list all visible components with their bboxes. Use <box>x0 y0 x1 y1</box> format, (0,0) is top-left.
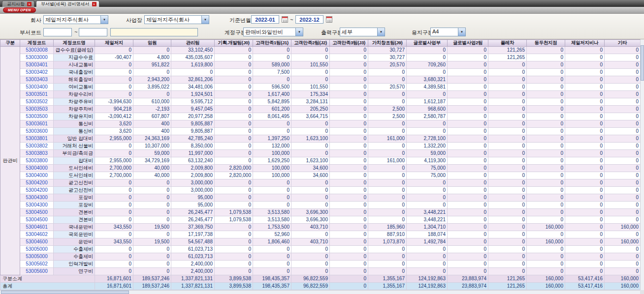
account-name-cell[interactable]: 광고선전비 <box>54 179 95 187</box>
calendar-icon[interactable] <box>326 16 332 23</box>
amount-cell[interactable]: 0 <box>215 91 253 98</box>
amount-cell[interactable]: 0 <box>368 98 407 106</box>
amount-cell[interactable]: 0 <box>488 128 527 135</box>
amount-cell[interactable]: 59,000 <box>407 150 448 157</box>
amount-cell[interactable]: 3,696,300 <box>291 209 330 216</box>
amount-cell[interactable]: 0 <box>368 268 407 275</box>
amount-cell[interactable]: 0 <box>565 231 605 238</box>
amount-cell[interactable]: 0 <box>215 150 253 157</box>
amount-cell[interactable]: 0 <box>133 216 171 224</box>
amount-cell[interactable]: 0 <box>488 238 527 246</box>
amount-cell[interactable]: 0 <box>330 187 368 194</box>
amount-cell[interactable]: 0 <box>330 179 368 187</box>
amount-cell[interactable]: 0 <box>215 47 253 54</box>
amount-cell[interactable]: 95,000 <box>171 194 215 202</box>
amount-cell[interactable]: 95,000 <box>171 202 215 209</box>
amount-cell[interactable]: 0 <box>215 253 253 261</box>
account-code-cell[interactable]: 53003402 <box>20 69 54 76</box>
amount-cell[interactable]: 1,355,167 <box>368 283 407 290</box>
amount-cell[interactable]: 0 <box>488 76 527 84</box>
amount-cell[interactable]: 403,710 <box>291 224 330 231</box>
amount-cell[interactable]: 0 <box>565 216 605 224</box>
amount-cell[interactable]: 0 <box>488 246 527 253</box>
amount-cell[interactable]: 0 <box>527 157 565 165</box>
amount-cell[interactable]: 0 <box>133 47 171 54</box>
account-code-cell[interactable]: 53004500 <box>20 216 54 224</box>
account-code-cell[interactable]: 53004000 <box>20 165 54 172</box>
amount-cell[interactable]: 0 <box>133 246 171 253</box>
amount-cell[interactable]: 0 <box>605 216 641 224</box>
amount-cell[interactable]: 9,805,887 <box>171 120 215 128</box>
amount-cell[interactable]: 0 <box>605 172 641 179</box>
amount-cell[interactable]: 4,119,300 <box>407 157 448 165</box>
amount-cell[interactable]: 0 <box>527 113 565 120</box>
amount-cell[interactable]: 0 <box>253 54 291 61</box>
amount-cell[interactable]: 0 <box>330 165 368 172</box>
amount-cell[interactable]: 968,600 <box>407 106 448 113</box>
amount-cell[interactable]: 0 <box>291 246 330 253</box>
amount-cell[interactable]: 0 <box>448 216 488 224</box>
table-row[interactable]: 53004600운반비343,55019,50054,567,48801,806… <box>0 238 641 246</box>
amount-cell[interactable]: -3,090,412 <box>95 113 133 120</box>
amount-cell[interactable]: 0 <box>95 150 133 157</box>
amount-cell[interactable]: 0 <box>407 91 448 98</box>
amount-cell[interactable]: 0 <box>291 202 330 209</box>
amount-cell[interactable]: 0 <box>253 128 291 135</box>
amount-cell[interactable]: 63,132,240 <box>171 157 215 165</box>
amount-cell[interactable]: 0 <box>215 54 253 61</box>
amount-cell[interactable]: 0 <box>448 224 488 231</box>
amount-cell[interactable]: 0 <box>253 202 291 209</box>
amount-cell[interactable]: 0 <box>527 202 565 209</box>
amount-cell[interactable]: 189,537,246 <box>133 283 171 290</box>
amount-cell[interactable]: 0 <box>448 91 488 98</box>
amount-cell[interactable]: 33,102,450 <box>171 47 215 54</box>
amount-cell[interactable]: 0 <box>368 128 407 135</box>
amount-cell[interactable]: 0 <box>527 165 565 172</box>
total-row[interactable]: 총계16,871,601189,537,2461,337,821,1313,89… <box>0 283 641 290</box>
amount-cell[interactable]: 0 <box>527 231 565 238</box>
amount-cell[interactable]: 3,899,538 <box>215 283 253 290</box>
amount-cell[interactable]: -90,407 <box>95 54 133 61</box>
amount-cell[interactable]: 34,481,006 <box>171 84 215 91</box>
amount-cell[interactable]: 160,000 <box>527 283 565 290</box>
amount-cell[interactable]: 16,871,601 <box>95 283 133 290</box>
amount-cell[interactable]: 1,623,100 <box>291 135 330 143</box>
amount-cell[interactable]: 19,500 <box>133 224 171 231</box>
account-name-cell[interactable]: 지급수수료 <box>54 54 95 61</box>
amount-cell[interactable]: 0 <box>605 135 641 143</box>
amount-cell[interactable]: 403,710 <box>291 238 330 246</box>
account-code-cell[interactable]: 53005000 <box>20 253 54 261</box>
amount-cell[interactable]: 101,550 <box>291 61 330 69</box>
account-code-cell[interactable]: 53003501 <box>20 91 54 98</box>
amount-cell[interactable]: 0 <box>95 194 133 202</box>
amount-cell[interactable]: 0 <box>368 143 407 150</box>
amount-cell[interactable]: 101,550 <box>291 84 330 91</box>
amount-cell[interactable]: 0 <box>448 157 488 165</box>
subtotal-row[interactable]: 구분소계16,871,601189,537,2461,337,821,1313,… <box>0 275 641 283</box>
account-name-cell[interactable]: 접대비 <box>54 157 95 165</box>
amount-cell[interactable]: 0 <box>133 268 171 275</box>
amount-cell[interactable]: 596,500 <box>253 84 291 91</box>
amount-cell[interactable]: 0 <box>95 202 133 209</box>
table-row[interactable]: 53003601통신비3,6204009,805,88700000000000 <box>0 120 641 128</box>
account-code-cell[interactable]: 53003400 <box>20 84 54 91</box>
amount-cell[interactable]: 0 <box>565 135 605 143</box>
amount-cell[interactable]: 0 <box>407 120 448 128</box>
amount-cell[interactable]: 0 <box>330 268 368 275</box>
amount-cell[interactable]: 0 <box>330 120 368 128</box>
account-code-cell[interactable]: 53003503 <box>20 106 54 113</box>
amount-cell[interactable]: 26,245,477 <box>171 216 215 224</box>
account-name-cell[interactable]: 차량유지비 <box>54 113 95 120</box>
amount-cell[interactable]: 0 <box>368 91 407 98</box>
amount-cell[interactable]: 19,500 <box>133 238 171 246</box>
account-code-cell[interactable]: 53003601 <box>20 120 54 128</box>
amount-cell[interactable]: 4,800 <box>133 54 171 61</box>
amount-cell[interactable]: 0 <box>488 224 527 231</box>
company-select[interactable]: 제일저지주식회사 ▼ <box>43 15 108 24</box>
amount-cell[interactable]: 0 <box>527 128 565 135</box>
amount-cell[interactable]: 0 <box>330 69 368 76</box>
amount-cell[interactable]: 0 <box>291 194 330 202</box>
amount-cell[interactable]: 0 <box>291 253 330 261</box>
amount-cell[interactable]: 0 <box>565 150 605 157</box>
amount-cell[interactable]: 0 <box>407 268 448 275</box>
